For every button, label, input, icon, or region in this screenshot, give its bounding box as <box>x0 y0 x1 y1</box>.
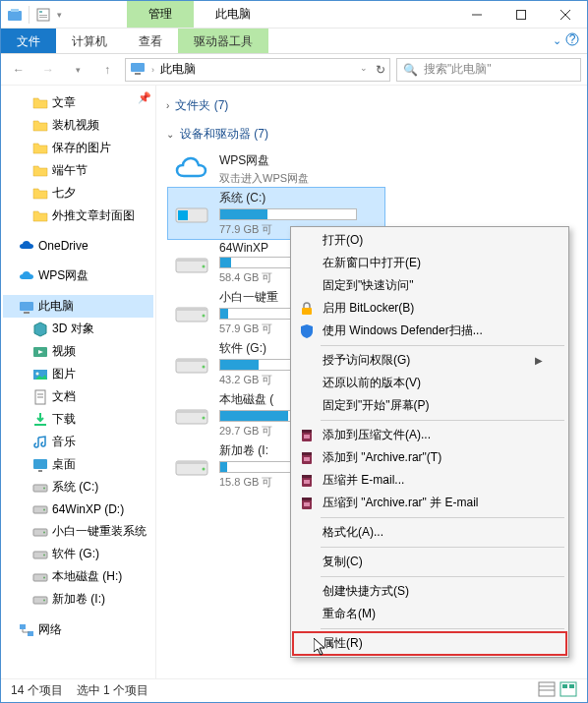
tree-item[interactable]: 系统 (C:) <box>3 476 153 498</box>
tree-folder[interactable]: 七夕 <box>3 182 153 205</box>
ribbon-tab-file[interactable]: 文件 <box>1 29 56 53</box>
menu-item[interactable]: 属性(R) <box>293 632 566 655</box>
ribbon-tab-view[interactable]: 查看 <box>123 29 178 53</box>
search-placeholder: 搜索"此电脑" <box>424 61 492 78</box>
menu-item[interactable]: 启用 BitLocker(B) <box>293 297 566 320</box>
address-chevron-icon[interactable]: › <box>151 65 154 75</box>
svg-rect-62 <box>302 430 312 433</box>
menu-item[interactable]: 使用 Windows Defender扫描... <box>293 320 566 342</box>
svg-point-47 <box>203 264 206 267</box>
help-icon[interactable]: ? <box>565 32 579 49</box>
address-dropdown-icon[interactable]: ⌄ <box>360 63 368 77</box>
nav-tree[interactable]: 📌 文章装机视频保存的图片端午节七夕外推文章封面图 OneDrive WPS网盘… <box>1 86 156 679</box>
menu-item[interactable]: 授予访问权限(G)▶ <box>293 349 566 372</box>
tree-folder[interactable]: 装机视频 <box>3 114 153 137</box>
tree-item[interactable]: 视频 <box>3 340 153 363</box>
svg-rect-4 <box>39 15 47 16</box>
svg-rect-46 <box>176 259 207 262</box>
tree-onedrive[interactable]: OneDrive <box>3 235 153 257</box>
tree-item[interactable]: 新加卷 (I:) <box>3 588 153 611</box>
close-button[interactable] <box>543 1 587 29</box>
tree-item[interactable]: 小白一键重装系统 <box>3 520 153 543</box>
menu-separator <box>321 420 564 421</box>
svg-rect-69 <box>304 480 310 484</box>
menu-item[interactable]: 格式化(A)... <box>293 521 566 544</box>
menu-item[interactable]: 重命名(M) <box>293 603 566 625</box>
status-selected: 选中 1 个项目 <box>77 682 148 699</box>
svg-point-56 <box>203 417 206 420</box>
menu-item[interactable]: 压缩到 "Archive.rar" 并 E-mail <box>293 492 566 514</box>
tree-item[interactable]: 3D 对象 <box>3 318 153 340</box>
rar-icon <box>299 496 315 511</box>
menu-item[interactable]: 固定到"开始"屏幕(P) <box>293 394 566 417</box>
recent-dropdown[interactable]: ▾ <box>66 58 89 82</box>
address-field[interactable]: › 此电脑 ⌄ ↻ <box>125 58 390 82</box>
up-button[interactable]: ↑ <box>95 58 119 82</box>
tree-item[interactable]: 桌面 <box>3 453 153 476</box>
menu-label: 在新窗口中打开(E) <box>323 255 421 271</box>
menu-item[interactable]: 固定到"快速访问" <box>293 274 566 297</box>
tree-item[interactable]: 下载 <box>3 408 153 431</box>
svg-rect-7 <box>516 10 525 19</box>
svg-rect-72 <box>304 502 310 506</box>
view-large-icon[interactable] <box>559 681 577 700</box>
svg-text:?: ? <box>569 32 576 46</box>
item-wps[interactable]: WPS网盘 双击进入WPS网盘 <box>168 150 384 188</box>
menu-label: 还原以前的版本(V) <box>323 375 421 391</box>
qat-dropdown-icon[interactable]: ▾ <box>57 10 62 20</box>
menu-item[interactable]: 复制(C) <box>293 551 566 573</box>
pin-icon[interactable]: 📌 <box>138 91 151 104</box>
menu-item[interactable]: 还原以前的版本(V) <box>293 372 566 394</box>
group-folders[interactable]: › 文件夹 (7) <box>160 93 583 118</box>
tree-wps[interactable]: WPS网盘 <box>3 264 153 287</box>
tree-item[interactable]: 音乐 <box>3 431 153 453</box>
title-thispc: 此电脑 <box>194 1 272 28</box>
tree-folder[interactable]: 端午节 <box>3 159 153 182</box>
tree-item[interactable]: 图片 <box>3 363 153 385</box>
tree-folder[interactable]: 保存的图片 <box>3 137 153 159</box>
menu-item[interactable]: 打开(O) <box>293 229 566 252</box>
view-details-icon[interactable] <box>538 681 556 700</box>
item-icon <box>32 569 48 585</box>
menu-item[interactable]: 创建快捷方式(S) <box>293 580 566 603</box>
item-icon <box>32 344 48 360</box>
search-box[interactable]: 🔍 搜索"此电脑" <box>396 58 581 82</box>
svg-rect-66 <box>304 457 310 461</box>
tree-thispc[interactable]: 此电脑 <box>3 295 153 318</box>
tree-item[interactable]: 软件 (G:) <box>3 543 153 565</box>
menu-item[interactable]: 压缩并 E-mail... <box>293 469 566 492</box>
svg-point-36 <box>43 599 45 601</box>
group-drives[interactable]: ⌄ 设备和驱动器 (7) <box>160 122 583 146</box>
pc-icon <box>19 299 34 315</box>
minimize-button[interactable] <box>454 1 499 29</box>
item-icon <box>32 435 48 450</box>
svg-rect-52 <box>176 359 207 362</box>
menu-item[interactable]: 在新窗口中打开(E) <box>293 252 566 274</box>
tree-item[interactable]: 本地磁盘 (H:) <box>3 565 153 588</box>
menu-item[interactable]: 添加到 "Archive.rar"(T) <box>293 446 566 469</box>
forward-button[interactable]: → <box>36 58 60 82</box>
qat-properties-icon[interactable] <box>35 7 51 23</box>
drive-icon <box>174 199 209 228</box>
svg-rect-63 <box>304 435 310 439</box>
tree-item[interactable]: 文档 <box>3 385 153 408</box>
tree-network[interactable]: 网络 <box>3 618 153 641</box>
tree-folder[interactable]: 文章 <box>3 91 153 114</box>
item-icon <box>32 501 48 517</box>
tree-item[interactable]: 64WinXP (D:) <box>3 498 153 520</box>
svg-rect-42 <box>183 210 188 215</box>
menu-label: 创建快捷方式(S) <box>323 583 409 600</box>
maximize-button[interactable] <box>499 1 543 29</box>
refresh-icon[interactable]: ↻ <box>376 63 385 77</box>
menu-label: 属性(R) <box>323 635 363 652</box>
ribbon-tab-drivetools[interactable]: 驱动器工具 <box>178 29 268 53</box>
ribbon-expand-icon[interactable]: ⌄ <box>553 34 561 47</box>
tree-folder[interactable]: 外推文章封面图 <box>3 205 153 227</box>
svg-rect-68 <box>302 475 312 478</box>
submenu-arrow-icon: ▶ <box>535 355 543 366</box>
menu-item[interactable]: 添加到压缩文件(A)... <box>293 424 566 446</box>
drive-icon <box>174 400 209 430</box>
ribbon-tab-computer[interactable]: 计算机 <box>56 29 123 53</box>
menu-separator <box>321 576 564 577</box>
back-button[interactable]: ← <box>7 58 30 82</box>
